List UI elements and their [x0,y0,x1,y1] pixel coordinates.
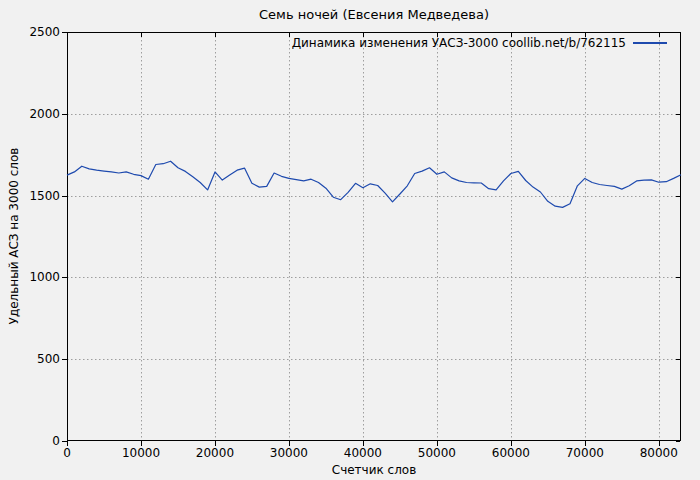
x-tick-label: 50000 [407,446,467,460]
x-tick-label: 70000 [555,446,615,460]
y-tick-label: 2500 [2,25,60,39]
plot-border [68,33,681,441]
y-tick-label: 500 [2,352,60,366]
data-line [67,161,681,207]
legend-label: Динамика изменения УАСЗ-3000 coollib.net… [292,36,626,50]
x-tick-label: 40000 [333,446,393,460]
x-tick-label: 0 [37,446,97,460]
y-tick-label: 2000 [2,107,60,121]
x-axis-label: Счетчик слов [67,463,681,477]
chart-figure: Семь ночей (Евсения Медведева) 050010001… [0,0,700,480]
x-tick-label: 20000 [185,446,245,460]
x-tick-label: 30000 [259,446,319,460]
x-tick-label: 10000 [111,446,171,460]
y-axis-label: Удельный АСЗ на 3000 слов [7,148,21,325]
x-tick-label: 80000 [629,446,689,460]
plot-area [0,0,700,480]
legend-line-sample-icon [633,42,667,44]
legend: Динамика изменения УАСЗ-3000 coollib.net… [292,36,667,50]
x-tick-label: 60000 [481,446,541,460]
